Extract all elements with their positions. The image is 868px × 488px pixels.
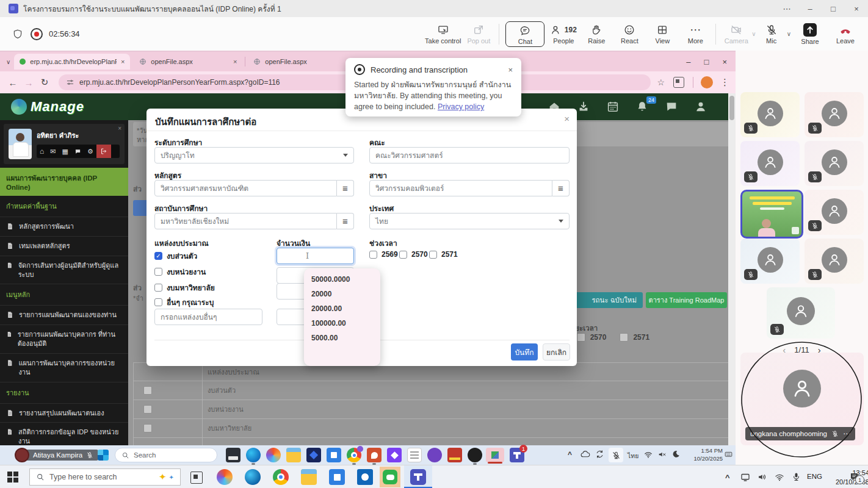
sidebar-item[interactable]: รายงานสรุปแผนพัฒนาตนเอง (0, 404, 128, 423)
browser-close-icon[interactable]: × (722, 57, 727, 66)
tab-search-chevron-icon[interactable]: ∨ (6, 59, 10, 65)
tab-close-icon[interactable]: × (233, 58, 237, 65)
tray-mic-icon[interactable] (791, 472, 801, 482)
tray-caret-icon[interactable]: ^ (725, 473, 730, 482)
taskbar-icon-edge[interactable] (245, 469, 261, 485)
browser-maximize-icon[interactable]: □ (704, 57, 709, 66)
participant-tile[interactable] (767, 287, 835, 339)
year-checkbox-2569[interactable]: 2569 (369, 250, 398, 259)
taskbar-icon-widget[interactable] (226, 448, 241, 462)
taskbar-icon-store[interactable] (327, 448, 341, 462)
curriculum-lookup-button[interactable]: ≡ (337, 180, 354, 196)
institution-input[interactable]: มหาวิทยาลัยเชียงใหม่ (154, 213, 337, 229)
sidebar-item[interactable]: จัดการเส้นทางผู้อนุมัติสำหรับผู้ดูแลระบบ (0, 256, 128, 285)
taskbar-icon-copilot[interactable] (217, 469, 233, 485)
taskbar-icon-teams-active[interactable] (404, 465, 432, 488)
browser-tab-2[interactable]: openFile.aspx × (134, 54, 242, 70)
faculty-input[interactable]: คณะวิศวกรรมศาสตร์ (369, 147, 570, 163)
scrollbar-thumb[interactable] (729, 96, 734, 120)
tab-close-icon[interactable]: × (121, 58, 125, 65)
logout-icon[interactable] (96, 145, 111, 158)
mic-button[interactable]: Mic (758, 24, 786, 45)
browser-minimize-icon[interactable]: – (686, 57, 690, 66)
participant-tile[interactable] (805, 190, 864, 235)
tray-mic-muted-icon[interactable] (609, 448, 623, 462)
speaker-muted-icon[interactable] (657, 450, 667, 459)
window-more-icon[interactable]: ⋯ (775, 0, 798, 17)
tab-groups-icon[interactable] (673, 77, 684, 88)
taskbar-icon-dropbox[interactable] (306, 448, 321, 462)
profile-home-icon[interactable]: ⌂ (37, 147, 47, 156)
chat-button[interactable]: Chat (505, 21, 544, 47)
suggestion-item[interactable]: 100000.00 (304, 316, 380, 331)
window-close-icon[interactable]: × (845, 0, 868, 17)
taskbar-icon-chrome[interactable] (273, 469, 289, 485)
taskbar-icon-file-explorer[interactable] (286, 448, 301, 462)
participant-tile[interactable] (740, 239, 800, 284)
display-icon[interactable] (740, 472, 751, 483)
major-lookup-button[interactable]: ≡ (552, 180, 570, 196)
participant-tile[interactable] (740, 141, 800, 186)
suggestion-item[interactable]: 5000.00 (304, 331, 380, 345)
taskbar-icon-copilot[interactable] (266, 448, 281, 462)
year-checkbox-2570[interactable]: 2570 (399, 250, 428, 259)
suggestion-item[interactable]: 50000.0000 (304, 272, 380, 287)
sidebar-item[interactable]: รายการแผนพัฒนาบุคลากร ที่ท่านต้องอนุมัติ (0, 325, 128, 354)
sidebar-active-module[interactable]: แผนการพัฒนารายบุคคล (IDP Online) (0, 168, 128, 196)
sidebar-item[interactable]: หลักสูตรการพัฒนา (0, 217, 128, 237)
shared-search-box[interactable]: Search (115, 448, 217, 462)
browser-tab-active[interactable]: erp.mju.ac.th/hrDevelopPlanPe × (14, 54, 130, 70)
participant-tile[interactable] (805, 92, 864, 137)
people-button[interactable]: 192People (549, 24, 577, 45)
task-view-icon[interactable] (190, 472, 203, 484)
view-button[interactable]: View (648, 24, 676, 45)
save-button[interactable]: บันทึก (511, 343, 538, 361)
more-button[interactable]: ⋯More (681, 24, 709, 45)
raise-hand-button[interactable]: Raise (582, 24, 610, 45)
profile-calendar-icon[interactable]: ▦ (59, 148, 71, 156)
taskbar-icon-red-app[interactable] (447, 448, 462, 462)
banner-close-icon[interactable]: × (508, 65, 513, 74)
camera-chevron-icon[interactable]: ∨ (751, 30, 756, 37)
leave-button[interactable]: Leave (831, 24, 859, 45)
budget-checkbox-unit[interactable]: งบหน่วยงาน (154, 266, 206, 278)
year-checkbox-2571[interactable]: 2571 (429, 250, 458, 259)
page-scrollbar[interactable] (728, 93, 736, 445)
profile-mail-icon[interactable]: ✉ (47, 148, 59, 156)
taskbar-icon-powerpoint[interactable] (367, 448, 382, 462)
back-icon[interactable]: ← (5, 77, 21, 88)
speaker-icon[interactable] (757, 472, 768, 483)
sidebar-item[interactable]: แผนการพัฒนาบุคลากรของหน่วยงาน (0, 354, 128, 382)
taskbar-icon-dark-app[interactable] (468, 448, 482, 462)
site-info-icon[interactable] (66, 78, 74, 87)
taskbar-icon-teams[interactable]: 1 (510, 448, 524, 462)
sidebar-item[interactable]: รายการแผนพัฒนาตนเองของท่าน (0, 306, 128, 325)
taskbar-icon-store[interactable] (329, 469, 345, 485)
participant-tile[interactable] (805, 239, 864, 284)
browser-menu-kebab-icon[interactable]: ⋮ (720, 77, 729, 88)
cancel-button[interactable]: ยกเลิก (543, 343, 570, 361)
taskbar-icon-chrome[interactable] (347, 448, 361, 462)
window-maximize-icon[interactable]: □ (822, 0, 845, 17)
other-budget-input[interactable] (154, 309, 262, 325)
budget-checkbox-personal[interactable]: ✓งบส่วนตัว (154, 250, 197, 262)
wifi-icon[interactable] (643, 450, 653, 459)
spotlight-tile[interactable]: ungkana chomphooming ⋯ (740, 353, 864, 445)
curriculum-input[interactable]: วิศวกรรมศาสตรมหาบัณฑิต (154, 180, 337, 196)
notification-center-icon[interactable]: 1 (848, 471, 860, 483)
tray-caret-icon[interactable]: ^ (568, 450, 572, 459)
calendar-icon[interactable] (606, 100, 620, 113)
reload-icon[interactable]: ↻ (37, 77, 52, 88)
sidebar-item[interactable]: สถิติการกรอกข้อมูล IDP ของหน่วยงาน (0, 423, 128, 445)
share-button[interactable]: Share (796, 23, 824, 45)
profile-settings-gear-icon[interactable]: ⚙ (84, 148, 96, 156)
budget-checkbox-other[interactable]: อื่นๆ กรุณาระบุ (154, 296, 214, 308)
privacy-policy-link[interactable]: Privacy policy (438, 102, 484, 111)
local-search-box[interactable]: Type here to search ✦ ✦ (29, 468, 181, 486)
institution-lookup-button[interactable]: ≡ (337, 213, 354, 229)
touch-keyboard-icon[interactable] (724, 450, 733, 459)
start-button-shared[interactable] (98, 450, 109, 461)
shared-clock[interactable]: 1:54 PM10/20/2025 (684, 447, 723, 463)
country-select[interactable]: ไทย (369, 213, 570, 229)
language-indicator-shared[interactable]: ไทย (627, 451, 638, 461)
